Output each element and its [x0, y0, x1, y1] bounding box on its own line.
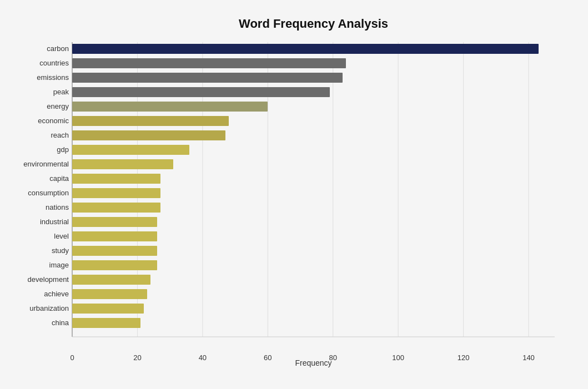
bar-item — [72, 188, 160, 198]
bar-item — [72, 304, 144, 314]
bar-item — [72, 231, 157, 241]
bar-label: economic — [38, 117, 69, 126]
bar-item — [72, 318, 140, 328]
bar-item — [72, 145, 189, 155]
bar-item — [72, 260, 157, 270]
bar-item — [72, 87, 330, 97]
bar-label: countries — [39, 59, 69, 68]
bar-item — [72, 203, 160, 213]
bar-item — [72, 275, 150, 285]
bar-label: nations — [46, 203, 69, 213]
chart-container: Word Frequency Analysis carboncountriese… — [0, 0, 588, 389]
x-tick-label: 140 — [522, 353, 535, 362]
bar-item — [72, 44, 539, 54]
x-tick-label: 120 — [458, 353, 470, 362]
bar-label: development — [28, 275, 69, 285]
bar-label: reach — [51, 131, 69, 140]
bar-label: gdp — [57, 145, 69, 155]
x-tick-label: 0 — [70, 353, 74, 362]
bar-label: consumption — [28, 189, 69, 198]
bar-label: achieve — [44, 290, 69, 299]
bar-label: image — [49, 261, 69, 270]
bar-item — [72, 174, 160, 184]
bar-item — [72, 159, 173, 169]
bar-item — [72, 116, 229, 126]
bar-item — [72, 289, 147, 299]
chart-title: Word Frequency Analysis — [72, 17, 555, 31]
bar-label: urbanization — [29, 304, 69, 314]
x-tick-label: 40 — [199, 353, 207, 362]
bar-label: emissions — [37, 73, 69, 83]
bar-label: level — [54, 232, 69, 241]
bar-label: industrial — [40, 218, 69, 227]
bar-item — [72, 58, 346, 68]
bar-item — [72, 102, 268, 112]
x-axis-label: Frequency — [295, 358, 331, 367]
bar-label: carbon — [47, 44, 69, 54]
bar-item — [72, 246, 157, 256]
x-tick-label: 100 — [392, 353, 404, 362]
bar-label: capita — [49, 174, 69, 184]
bars-area: carboncountriesemissionspeakenergyeconom… — [72, 42, 555, 337]
bar-label: china — [52, 319, 69, 328]
x-tick-label: 20 — [133, 353, 141, 362]
bar-item — [72, 130, 225, 140]
x-tick-label: 60 — [264, 353, 272, 362]
bar-label: study — [52, 246, 69, 256]
bar-item — [72, 217, 157, 227]
bar-label: energy — [47, 102, 69, 112]
bar-label: peak — [53, 88, 69, 97]
bar-label: environmental — [23, 160, 69, 169]
bar-item — [72, 73, 343, 83]
